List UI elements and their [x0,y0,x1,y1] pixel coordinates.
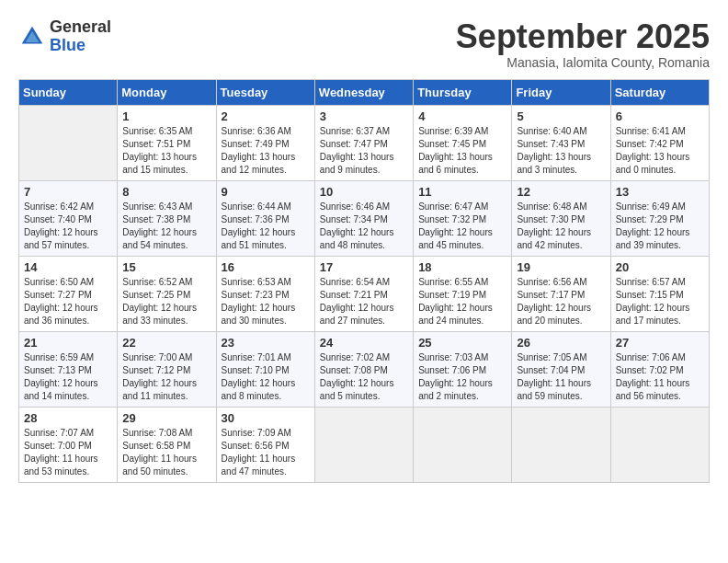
header-day-saturday: Saturday [610,79,709,105]
header-day-friday: Friday [512,79,610,105]
location-subtitle: Manasia, Ialomita County, Romania [456,55,710,70]
day-number: 15 [122,260,210,274]
calendar-cell: 17Sunrise: 6:54 AMSunset: 7:21 PMDayligh… [314,256,413,331]
calendar-cell [314,407,413,482]
calendar-cell: 16Sunrise: 6:53 AMSunset: 7:23 PMDayligh… [216,256,314,331]
day-number: 27 [616,336,704,350]
day-number: 22 [122,336,210,350]
calendar-week-4: 21Sunrise: 6:59 AMSunset: 7:13 PMDayligh… [19,331,710,407]
day-number: 10 [320,185,408,199]
calendar-cell: 14Sunrise: 6:50 AMSunset: 7:27 PMDayligh… [19,256,118,331]
calendar-week-1: 1Sunrise: 6:35 AMSunset: 7:51 PMDaylight… [19,105,710,180]
day-info: Sunrise: 7:02 AMSunset: 7:08 PMDaylight:… [320,351,408,403]
calendar-week-5: 28Sunrise: 7:07 AMSunset: 7:00 PMDayligh… [19,407,710,482]
calendar-cell: 27Sunrise: 7:06 AMSunset: 7:02 PMDayligh… [610,331,709,407]
logo-text: General Blue [50,18,111,55]
calendar-header-row: SundayMondayTuesdayWednesdayThursdayFrid… [19,79,710,105]
day-info: Sunrise: 6:41 AMSunset: 7:42 PMDaylight:… [616,125,704,177]
logo-blue: Blue [50,37,111,55]
calendar-cell: 2Sunrise: 6:36 AMSunset: 7:49 PMDaylight… [216,105,314,180]
calendar-cell: 13Sunrise: 6:49 AMSunset: 7:29 PMDayligh… [610,180,709,256]
calendar-cell: 7Sunrise: 6:42 AMSunset: 7:40 PMDaylight… [19,180,118,256]
day-info: Sunrise: 7:06 AMSunset: 7:02 PMDaylight:… [616,351,704,403]
day-number: 30 [222,411,310,425]
day-info: Sunrise: 6:54 AMSunset: 7:21 PMDaylight:… [320,276,408,327]
day-info: Sunrise: 7:08 AMSunset: 6:58 PMDaylight:… [122,427,210,478]
day-number: 20 [616,260,704,274]
day-info: Sunrise: 6:44 AMSunset: 7:36 PMDaylight:… [222,201,310,252]
day-info: Sunrise: 6:53 AMSunset: 7:23 PMDaylight:… [222,276,310,327]
header-day-sunday: Sunday [19,79,118,105]
day-number: 13 [616,185,704,199]
day-number: 9 [222,185,310,199]
day-info: Sunrise: 6:52 AMSunset: 7:25 PMDaylight:… [122,276,210,327]
day-number: 26 [517,336,605,350]
calendar-cell: 15Sunrise: 6:52 AMSunset: 7:25 PMDayligh… [118,256,216,331]
calendar-cell: 9Sunrise: 6:44 AMSunset: 7:36 PMDaylight… [216,180,314,256]
day-info: Sunrise: 7:09 AMSunset: 6:56 PMDaylight:… [222,427,310,478]
calendar-cell: 3Sunrise: 6:37 AMSunset: 7:47 PMDaylight… [314,105,413,180]
calendar-cell: 1Sunrise: 6:35 AMSunset: 7:51 PMDaylight… [118,105,216,180]
day-info: Sunrise: 7:03 AMSunset: 7:06 PMDaylight:… [418,351,506,403]
calendar-cell: 11Sunrise: 6:47 AMSunset: 7:32 PMDayligh… [414,180,512,256]
day-number: 24 [320,336,408,350]
calendar-cell: 10Sunrise: 6:46 AMSunset: 7:34 PMDayligh… [314,180,413,256]
calendar-cell [19,105,118,180]
logo: General Blue [18,18,111,55]
day-info: Sunrise: 6:55 AMSunset: 7:19 PMDaylight:… [418,276,506,327]
day-number: 21 [24,336,112,350]
day-info: Sunrise: 6:37 AMSunset: 7:47 PMDaylight:… [320,125,408,177]
day-info: Sunrise: 6:35 AMSunset: 7:51 PMDaylight:… [122,125,210,177]
day-number: 2 [222,109,310,123]
day-number: 16 [222,260,310,274]
calendar-cell: 25Sunrise: 7:03 AMSunset: 7:06 PMDayligh… [414,331,512,407]
day-info: Sunrise: 6:50 AMSunset: 7:27 PMDaylight:… [24,276,112,327]
calendar-week-3: 14Sunrise: 6:50 AMSunset: 7:27 PMDayligh… [19,256,710,331]
calendar-cell: 5Sunrise: 6:40 AMSunset: 7:43 PMDaylight… [512,105,610,180]
calendar-cell: 6Sunrise: 6:41 AMSunset: 7:42 PMDaylight… [610,105,709,180]
day-number: 5 [517,109,605,123]
day-number: 4 [418,109,506,123]
day-info: Sunrise: 7:00 AMSunset: 7:12 PMDaylight:… [122,351,210,403]
day-number: 29 [122,411,210,425]
day-info: Sunrise: 6:40 AMSunset: 7:43 PMDaylight:… [517,125,605,177]
calendar-cell: 30Sunrise: 7:09 AMSunset: 6:56 PMDayligh… [216,407,314,482]
day-number: 25 [418,336,506,350]
header-day-wednesday: Wednesday [314,79,413,105]
calendar-cell: 23Sunrise: 7:01 AMSunset: 7:10 PMDayligh… [216,331,314,407]
header-day-tuesday: Tuesday [216,79,314,105]
calendar-cell [414,407,512,482]
day-number: 23 [222,336,310,350]
day-number: 28 [24,411,112,425]
day-number: 11 [418,185,506,199]
day-info: Sunrise: 6:43 AMSunset: 7:38 PMDaylight:… [122,201,210,252]
day-number: 18 [418,260,506,274]
logo-icon [18,23,46,51]
day-info: Sunrise: 6:39 AMSunset: 7:45 PMDaylight:… [418,125,506,177]
calendar-cell: 20Sunrise: 6:57 AMSunset: 7:15 PMDayligh… [610,256,709,331]
day-info: Sunrise: 7:07 AMSunset: 7:00 PMDaylight:… [24,427,112,478]
day-info: Sunrise: 6:49 AMSunset: 7:29 PMDaylight:… [616,201,704,252]
calendar-cell [610,407,709,482]
calendar-cell: 21Sunrise: 6:59 AMSunset: 7:13 PMDayligh… [19,331,118,407]
day-number: 19 [517,260,605,274]
day-number: 3 [320,109,408,123]
calendar-cell: 28Sunrise: 7:07 AMSunset: 7:00 PMDayligh… [19,407,118,482]
day-info: Sunrise: 6:56 AMSunset: 7:17 PMDaylight:… [517,276,605,327]
day-info: Sunrise: 6:46 AMSunset: 7:34 PMDaylight:… [320,201,408,252]
day-info: Sunrise: 7:01 AMSunset: 7:10 PMDaylight:… [222,351,310,403]
month-title: September 2025 [456,18,710,55]
day-number: 12 [517,185,605,199]
calendar-cell: 19Sunrise: 6:56 AMSunset: 7:17 PMDayligh… [512,256,610,331]
day-info: Sunrise: 6:59 AMSunset: 7:13 PMDaylight:… [24,351,112,403]
day-info: Sunrise: 6:42 AMSunset: 7:40 PMDaylight:… [24,201,112,252]
calendar-cell: 12Sunrise: 6:48 AMSunset: 7:30 PMDayligh… [512,180,610,256]
day-info: Sunrise: 6:57 AMSunset: 7:15 PMDaylight:… [616,276,704,327]
calendar-cell: 18Sunrise: 6:55 AMSunset: 7:19 PMDayligh… [414,256,512,331]
day-number: 8 [122,185,210,199]
day-info: Sunrise: 7:05 AMSunset: 7:04 PMDaylight:… [517,351,605,403]
calendar-cell: 29Sunrise: 7:08 AMSunset: 6:58 PMDayligh… [118,407,216,482]
page-header: General Blue September 2025 Manasia, Ial… [18,18,710,70]
calendar-table: SundayMondayTuesdayWednesdayThursdayFrid… [18,79,710,483]
calendar-cell: 8Sunrise: 6:43 AMSunset: 7:38 PMDaylight… [118,180,216,256]
